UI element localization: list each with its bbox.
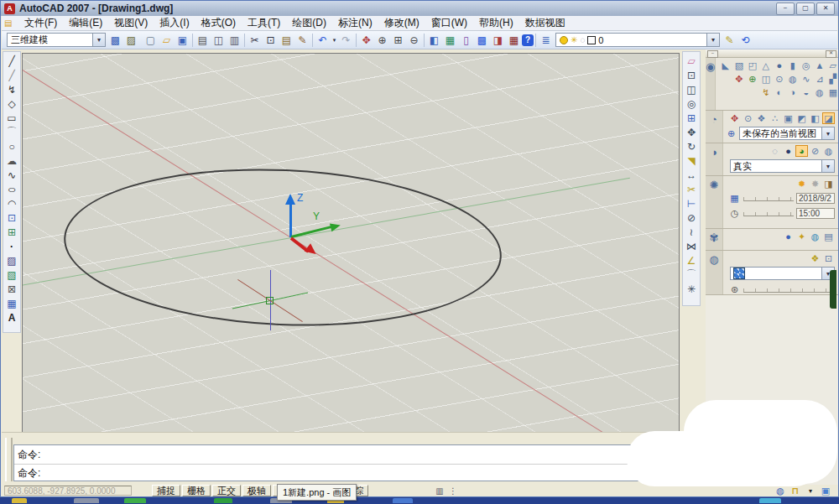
menu-dataview[interactable]: 数据视图 [519,15,571,31]
ortho-toggle[interactable]: 正交 [212,485,241,496]
zoom-window-icon[interactable]: ⊞ [390,33,406,48]
time-slider[interactable] [743,210,794,216]
layer-previous-icon[interactable]: ⟲ [737,33,753,48]
explode-icon[interactable]: ✳ [684,282,699,296]
parallel-projection-icon[interactable]: ◪ [822,112,835,124]
toolbar-separator[interactable] [356,34,357,47]
markup-set-manager-icon[interactable]: ◨ [490,33,506,48]
realistic-style-icon[interactable]: ◕ [795,145,808,157]
pan-icon[interactable]: ✥ [358,33,374,48]
open-icon[interactable]: ▱ [159,33,175,48]
revision-cloud-icon[interactable]: ☁ [4,153,19,168]
menu-format[interactable]: 格式(O) [195,15,242,31]
region-icon[interactable]: ⊠ [4,282,19,296]
join-icon[interactable]: ⋈ [684,239,699,253]
break-icon[interactable]: ≀ [684,225,699,239]
ellipse-icon[interactable]: ○ [1,182,23,196]
walk-icon[interactable]: ∴ [769,112,781,124]
scale-icon[interactable]: ◥ [684,153,699,168]
cone-icon[interactable]: △ [759,60,772,71]
snap-toggle[interactable]: 捕捉 [152,485,180,496]
cut-icon[interactable]: ✂ [247,33,263,48]
chevron-down-icon[interactable]: ▾ [821,160,834,172]
maximize-button[interactable]: ▢ [796,3,815,15]
menu-file[interactable]: 文件(F) [18,15,63,31]
fillet-icon[interactable]: ⌒ [684,268,699,282]
visual-style-combo[interactable]: 真实 ▾ [730,159,835,173]
attach-material-icon[interactable]: ⊡ [822,252,835,264]
table-icon[interactable]: ▦ [4,296,19,310]
dashboard-close-icon[interactable]: ✕ [826,50,836,58]
quickcalc-icon[interactable]: ▦ [506,33,522,48]
sun-off-icon[interactable]: ✸ [809,178,821,190]
chevron-down-icon[interactable]: ▾ [92,34,105,46]
render-icon[interactable]: ● [782,231,795,242]
clean-screen-icon[interactable]: ▣ [820,486,831,496]
menu-dimension[interactable]: 标注(N) [332,15,378,31]
pan-view-icon[interactable]: ❖ [755,112,768,124]
intersect-icon[interactable]: ◒ [800,86,812,98]
plot-preview-icon[interactable]: ◫ [211,33,227,48]
perspective-projection-icon[interactable]: ◧ [809,112,821,124]
arc-icon[interactable]: ⌒ [4,125,19,139]
stretch-icon[interactable]: ↔ [684,168,699,182]
subtract-icon[interactable]: ◑ [786,86,799,98]
make-object-layer-current-icon[interactable]: ✎ [722,33,737,48]
polysolid-icon[interactable]: ◣ [719,60,732,71]
drawing-canvas[interactable]: Z Y [22,53,680,434]
pyramid-icon[interactable]: ▲ [813,60,826,71]
visual-style-panel-icon[interactable]: ◑ [706,143,723,175]
view-combo[interactable]: 未保存的当前视图 ▾ [739,127,835,140]
mirror-icon[interactable]: ◫ [684,82,699,96]
zoom-icon[interactable]: ⊙ [742,112,754,124]
planar-surface-icon[interactable]: ▱ [826,60,839,71]
menu-draw[interactable]: 绘图(D) [286,15,332,31]
sky-icon[interactable]: ◨ [822,178,835,190]
designcenter-icon[interactable]: ▦ [442,33,458,48]
loft-icon[interactable]: ∿ [800,73,812,85]
move-icon[interactable]: ✥ [684,125,699,139]
zoom-previous-icon[interactable]: ⊖ [406,33,422,48]
command-window-grip[interactable] [5,438,13,481]
undo-dropdown-icon[interactable]: ▾ [331,33,338,48]
3d-hidden-icon[interactable]: ● [782,145,795,157]
render-env-icon[interactable]: ✦ [795,231,808,242]
torus-icon[interactable]: ◎ [800,60,812,71]
sweep-icon[interactable]: ◍ [786,73,799,85]
status-menu-icon[interactable]: ⋮ [447,486,459,496]
materials-editor-icon[interactable]: ❖ [809,252,821,264]
copy-object-icon[interactable]: ⊡ [684,68,699,82]
fly-icon[interactable]: ◩ [795,112,808,124]
extend-icon[interactable]: ⊢ [684,196,699,210]
dashboard-minimize-icon[interactable]: − [707,50,718,58]
workspace-settings-icon[interactable]: ▩ [107,33,123,48]
grid-toggle[interactable]: 栅格 [182,485,211,496]
polar-toggle[interactable]: 极轴 [242,485,271,496]
toolbar-separator[interactable] [424,34,425,47]
layer-properties-icon[interactable]: ≣ [538,33,554,48]
thicken-icon[interactable]: ▞ [826,73,839,85]
restore-view-icon[interactable]: ⊕ [725,127,737,139]
render-settings-icon[interactable]: ▤ [822,231,835,242]
tray-menu-icon[interactable]: ▾ [805,486,816,496]
manage-styles-icon[interactable]: ◍ [822,145,835,157]
menu-tools[interactable]: 工具(T) [242,15,286,31]
break-at-point-icon[interactable]: ⊘ [684,210,699,225]
polyline-icon[interactable]: ↯ [4,82,19,96]
convert-to-solid-icon[interactable]: ↯ [759,86,772,98]
erase-icon[interactable]: ▱ [684,54,699,68]
menu-view[interactable]: 视图(V) [108,15,154,31]
multiline-text-icon[interactable]: A [4,310,19,325]
help-icon[interactable]: ? [522,34,534,46]
interfere-icon[interactable]: ◍ [813,86,826,98]
chevron-down-icon[interactable]: ▾ [821,127,834,139]
make-block-icon[interactable]: ⊞ [4,225,19,239]
box-icon[interactable]: ▧ [732,60,745,71]
array-icon[interactable]: ⊞ [684,111,699,125]
point-icon[interactable]: · [4,239,19,253]
circle-icon[interactable]: ○ [4,139,19,153]
union-icon[interactable]: ◐ [773,86,785,98]
paste-icon[interactable]: ▤ [279,33,294,48]
sphere-icon[interactable]: ● [773,60,785,71]
close-button[interactable]: ✕ [816,3,835,15]
